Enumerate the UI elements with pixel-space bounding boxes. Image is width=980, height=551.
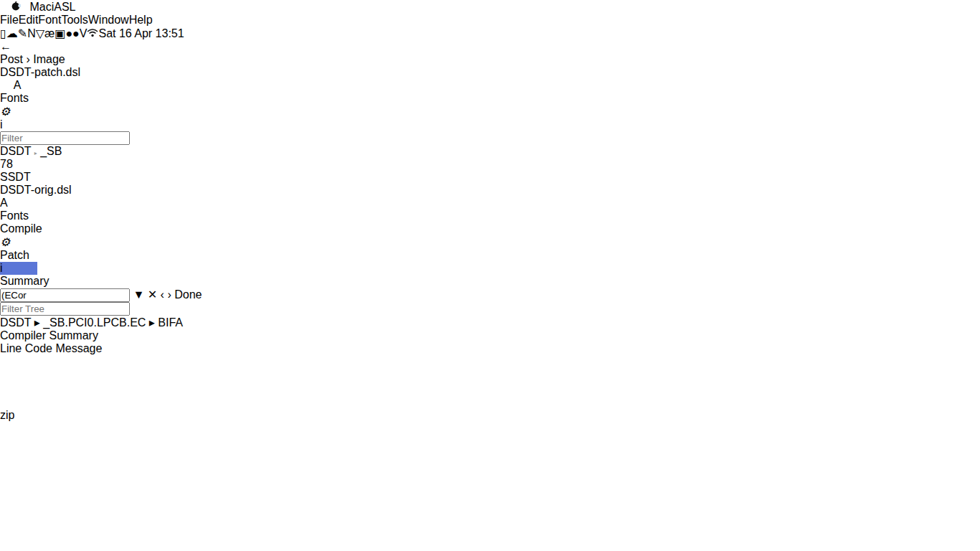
info-icon: i bbox=[0, 262, 37, 275]
orig-window-header: DSDT-orig.dsl A Fonts Compile ⚙ Patch i … bbox=[0, 184, 980, 288]
patch-patch-button[interactable]: ⚙ bbox=[0, 105, 29, 118]
symbol-tree-sidebar bbox=[0, 302, 980, 316]
pick-icon[interactable]: ▽ bbox=[36, 27, 44, 39]
menu-window[interactable]: Window bbox=[88, 14, 129, 27]
summary-button[interactable]: i Summary bbox=[0, 262, 37, 288]
timemachine-icon[interactable]: ▣ bbox=[55, 27, 65, 39]
v-icon[interactable]: V bbox=[80, 27, 88, 39]
compiler-summary-window: Compiler Summary Line Code Message bbox=[0, 329, 980, 355]
compiler-table-header: Line Code Message bbox=[0, 342, 980, 355]
apple-menu[interactable] bbox=[0, 1, 29, 13]
menu-font[interactable]: Font bbox=[38, 14, 61, 27]
menu-app[interactable]: MaciASL bbox=[29, 1, 75, 13]
ssdt-tab[interactable]: SSDT bbox=[0, 171, 31, 183]
menu-file[interactable]: File bbox=[0, 14, 19, 27]
find-previous-button[interactable]: ‹ bbox=[161, 288, 164, 301]
column-line[interactable]: Line bbox=[0, 342, 22, 354]
fonts-icon: A bbox=[0, 79, 34, 92]
zip-file-label[interactable]: zip bbox=[0, 409, 980, 422]
menubar-status-area: ▯☁✎N▽æ▣●●VSat 16 Apr 13:51 bbox=[0, 27, 184, 39]
compiler-window-title: Compiler Summary bbox=[0, 329, 98, 342]
column-message[interactable]: Message bbox=[55, 342, 102, 354]
patch-fonts-button[interactable]: A Fonts bbox=[0, 79, 34, 105]
column-code[interactable]: Code bbox=[25, 342, 52, 354]
crumb-scope[interactable]: _SB.PCI0.LPCB.EC bbox=[43, 316, 146, 329]
flickr-icon[interactable]: ●● bbox=[65, 27, 79, 39]
chevron-right-icon: ▸ bbox=[149, 316, 155, 329]
crumb-post[interactable]: Post bbox=[0, 53, 23, 65]
done-button[interactable]: Done bbox=[174, 288, 202, 301]
menu-help[interactable]: Help bbox=[129, 14, 153, 27]
patch-button[interactable]: ⚙ Patch bbox=[0, 235, 33, 262]
annotation-box-breadcrumb bbox=[0, 392, 56, 409]
search-bar: ▼ ✕ ‹ › Done bbox=[0, 288, 980, 302]
fonts-icon: A bbox=[0, 197, 32, 209]
browser-back-icon[interactable]: ← bbox=[0, 40, 980, 53]
orig-window-title: DSDT-orig.dsl bbox=[0, 184, 980, 197]
crumb-bifa[interactable]: BIFA bbox=[158, 316, 183, 329]
crumb-dsdt[interactable]: DSDT bbox=[0, 316, 31, 329]
display-sidecar-icon[interactable]: ▯ bbox=[0, 27, 6, 39]
menubar: MaciASL FileEditFontToolsWindowHelp ▯☁✎N… bbox=[0, 0, 980, 40]
menubar-clock[interactable]: Sat 16 Apr 13:51 bbox=[98, 27, 184, 39]
search-input[interactable] bbox=[0, 288, 130, 302]
compiler-window-titlebar: Compiler Summary bbox=[0, 329, 980, 342]
crumb-image[interactable]: Image bbox=[33, 53, 65, 65]
annotation-box-compiler-row bbox=[0, 377, 232, 392]
patch-summary-button[interactable]: i bbox=[0, 118, 24, 131]
info-icon: i bbox=[0, 118, 24, 131]
menu-tools[interactable]: Tools bbox=[61, 14, 88, 27]
chevron-right-icon: › bbox=[26, 53, 29, 65]
wordpress-breadcrumb: Post › Image bbox=[0, 53, 980, 66]
patch-filter-input[interactable] bbox=[0, 131, 130, 145]
apple-icon bbox=[11, 0, 21, 11]
notion-icon[interactable]: N bbox=[27, 27, 36, 39]
orig-breadcrumb: DSDT ▸ _SB.PCI0.LPCB.EC ▸ BIFA bbox=[0, 316, 980, 329]
patch-code-line: 78 bbox=[0, 158, 980, 171]
patch-folder-icon: ⚙ bbox=[0, 235, 33, 249]
menu-items: FileEditFontToolsWindowHelp bbox=[0, 14, 980, 27]
wifi-icon[interactable] bbox=[87, 27, 98, 39]
filter-tree-input[interactable] bbox=[0, 302, 130, 316]
cloud-icon[interactable]: ☁ bbox=[6, 27, 18, 39]
ae-icon[interactable]: æ bbox=[44, 27, 55, 39]
chevron-down-icon[interactable]: ▼ bbox=[133, 288, 144, 301]
menu-edit[interactable]: Edit bbox=[19, 14, 39, 27]
clear-search-icon[interactable]: ✕ bbox=[148, 288, 157, 301]
find-next-button[interactable]: › bbox=[167, 288, 171, 301]
annotation-box-code bbox=[0, 355, 171, 377]
patch-window: DSDT-patch.dsl A Fonts ⚙ i DSDT ▸ _SB 78… bbox=[0, 66, 980, 184]
chevron-right-icon: ▸ bbox=[34, 150, 37, 156]
patch-folder-icon: ⚙ bbox=[0, 105, 29, 118]
orig-window: DSDT-orig.dsl A Fonts Compile ⚙ Patch i … bbox=[0, 184, 980, 329]
stylus-icon[interactable]: ✎ bbox=[18, 27, 27, 39]
compile-button[interactable]: Compile bbox=[0, 222, 34, 235]
patch-breadcrumb: DSDT ▸ _SB bbox=[0, 145, 980, 158]
chevron-right-icon: ▸ bbox=[34, 316, 40, 329]
fonts-button[interactable]: A Fonts bbox=[0, 197, 32, 222]
patch-bottom-bar: SSDT bbox=[0, 171, 980, 184]
patch-window-title: DSDT-patch.dsl bbox=[0, 66, 980, 79]
